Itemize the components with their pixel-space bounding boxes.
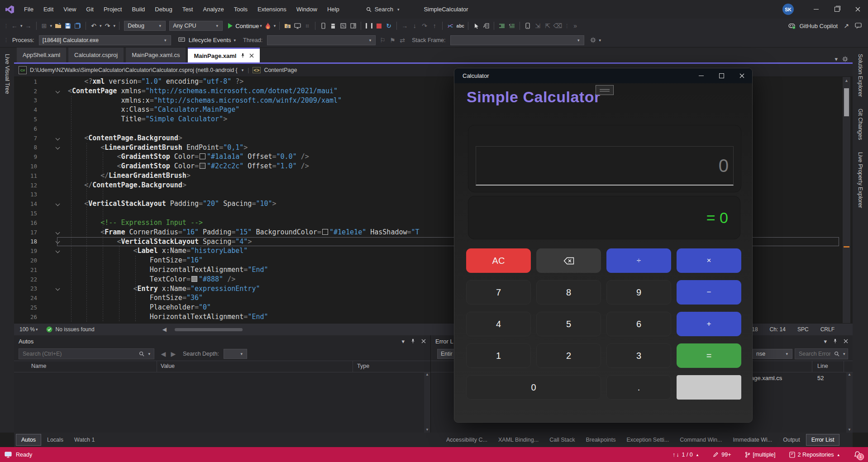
panel-tab-accessibility-c-[interactable]: Accessibility C...	[441, 434, 492, 445]
line-number[interactable]: 25	[14, 304, 48, 311]
button-equals[interactable]: =	[677, 343, 741, 368]
step-over-icon[interactable]: ↷	[420, 20, 429, 31]
emulator-icon[interactable]	[339, 20, 348, 31]
close-icon[interactable]	[249, 53, 254, 58]
flag-outline-icon[interactable]: ⚐	[378, 35, 387, 46]
toolbar-grip[interactable]: ⋮	[4, 37, 8, 43]
close-icon[interactable]	[421, 339, 426, 343]
save-all-icon[interactable]	[73, 20, 82, 31]
search-forward-icon[interactable]: ▶	[169, 348, 178, 359]
scroll-up-icon[interactable]: ▲	[843, 77, 850, 83]
panel-tab-locals[interactable]: Locals	[42, 434, 68, 445]
fold-margin[interactable]	[48, 137, 68, 140]
menu-analyze[interactable]: Analyze	[198, 6, 229, 13]
zoom-level[interactable]: 100 %	[19, 326, 35, 333]
gear-icon[interactable]	[589, 35, 598, 46]
button-1[interactable]: 1	[466, 343, 531, 368]
step-into-icon[interactable]: ↓	[410, 20, 419, 31]
tab-mainpage-xaml[interactable]: MainPage.xaml	[188, 48, 260, 62]
panel-tab-watch-1[interactable]: Watch 1	[69, 434, 100, 445]
navigate-forward-icon[interactable]: →	[24, 20, 33, 31]
toggle-threads-icon[interactable]: ⇄	[398, 35, 407, 46]
line-number[interactable]: 7	[14, 135, 48, 142]
line-number[interactable]: 22	[14, 276, 48, 283]
copilot-chat-icon[interactable]	[855, 23, 862, 29]
fold-margin[interactable]	[48, 90, 68, 93]
undo-icon[interactable]: ↶	[89, 20, 98, 31]
share-icon[interactable]: ↗	[842, 20, 851, 31]
sidebar-tab-git-changes[interactable]: Git Changes	[857, 109, 863, 140]
navigate-back-icon[interactable]: ←	[10, 20, 19, 31]
new-project-icon[interactable]: ⊞	[40, 20, 49, 31]
menu-debug[interactable]: Debug	[150, 6, 177, 13]
spell-check-icon[interactable]: abc	[456, 20, 465, 31]
solution-platform-dropdown[interactable]: Any CPU▾	[169, 21, 223, 31]
continue-button[interactable]: Continue	[235, 23, 259, 29]
chevron-down-icon[interactable]: ▾	[401, 338, 405, 345]
panel-tab-output[interactable]: Output	[778, 434, 805, 445]
collapse-chevron-icon[interactable]	[56, 145, 60, 150]
panel-scrollbar[interactable]: ▲▼	[424, 372, 430, 433]
pin-icon[interactable]	[833, 338, 838, 344]
minimize-button[interactable]	[806, 0, 826, 19]
error-row-file[interactable]: age.xaml.cs	[751, 375, 782, 381]
process-dropdown[interactable]: [18648] Calculator.exe▾	[39, 35, 171, 45]
collapse-chevron-icon[interactable]	[56, 202, 60, 206]
breadcrumb-path[interactable]: D:\Udemy\NZWalks\SimpleCalculator\Calcul…	[30, 67, 238, 73]
android-device-icon[interactable]	[329, 20, 338, 31]
toolbar-overflow-icon[interactable]: »	[571, 20, 580, 31]
button-6[interactable]: 6	[606, 312, 671, 336]
fold-margin[interactable]	[48, 249, 68, 252]
pin-icon[interactable]	[410, 338, 415, 344]
collapse-chevron-icon[interactable]	[56, 230, 60, 234]
button-9[interactable]: 9	[606, 280, 671, 305]
error-row-line[interactable]: 52	[817, 375, 824, 381]
feedback-icon[interactable]	[5, 452, 12, 458]
line-number[interactable]: 10	[14, 163, 48, 170]
find-in-files-icon[interactable]	[283, 20, 292, 31]
menu-build[interactable]: Build	[127, 6, 150, 13]
panel-tab-call-stack[interactable]: Call Stack	[544, 434, 580, 445]
stack-frame-dropdown[interactable]: ▾	[450, 35, 584, 45]
panel-tab-exception-setti-[interactable]: Exception Setti...	[621, 434, 674, 445]
color-swatch[interactable]	[200, 153, 205, 159]
sync-status[interactable]: ↑↓ 1 / 0▴	[672, 452, 699, 458]
button-2[interactable]: 2	[536, 343, 601, 368]
panel-scrollbar[interactable]: ▲▼	[846, 372, 853, 433]
column-name[interactable]: Name	[31, 363, 46, 369]
line-number[interactable]: 13	[14, 191, 48, 198]
search-box[interactable]: Search ▾	[366, 6, 401, 13]
search-back-icon[interactable]: ◀	[159, 348, 168, 359]
branch-indicator[interactable]: [multiple]	[745, 452, 776, 458]
error-search-box[interactable]: ▾	[795, 348, 848, 359]
device-preview-icon[interactable]	[523, 20, 532, 31]
close-button[interactable]	[847, 0, 868, 19]
indent-decrease-icon[interactable]	[497, 20, 506, 31]
column-type[interactable]: Type	[357, 363, 369, 369]
selection-pointer-icon[interactable]	[472, 20, 481, 31]
panel-tab-breakpoints[interactable]: Breakpoints	[581, 434, 620, 445]
menu-help[interactable]: Help	[322, 6, 344, 13]
line-number[interactable]: 19	[14, 248, 48, 254]
line-number[interactable]: 2	[14, 88, 48, 95]
close-icon[interactable]	[844, 339, 848, 343]
button-8[interactable]: 8	[536, 280, 601, 305]
redo-icon[interactable]: ↷	[103, 20, 112, 31]
fold-margin[interactable]	[48, 231, 68, 234]
button-ac[interactable]: AC	[466, 248, 531, 273]
calculator-titlebar[interactable]: Calculator	[454, 68, 752, 83]
solution-configuration-dropdown[interactable]: Debug▾	[124, 21, 166, 31]
panel-tab-command-win-[interactable]: Command Win...	[675, 434, 727, 445]
line-number[interactable]: 4	[14, 106, 48, 113]
line-number[interactable]: 12	[14, 182, 48, 189]
menu-edit[interactable]: Edit	[38, 6, 58, 13]
panel-tab-error-list[interactable]: Error List	[806, 434, 840, 446]
line-number[interactable]: 5	[14, 116, 48, 123]
tab-mainpage-xaml-cs[interactable]: MainPage.xaml.cs	[126, 48, 186, 62]
fold-margin[interactable]	[48, 287, 68, 290]
line-number[interactable]: 21	[14, 267, 48, 273]
button-4[interactable]: 4	[466, 312, 531, 336]
search-icon[interactable]	[139, 351, 144, 357]
button-divide[interactable]: ÷	[606, 248, 671, 273]
editor-vertical-scrollbar[interactable]: ▲	[843, 77, 850, 323]
